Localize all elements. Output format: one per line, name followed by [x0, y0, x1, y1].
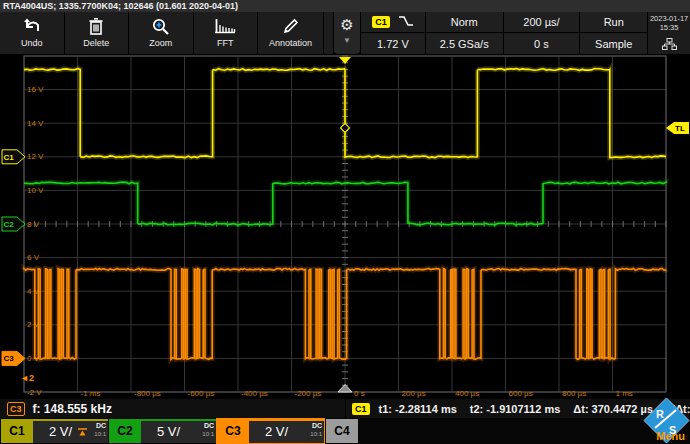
chevron-down-icon: ▼ [343, 38, 351, 44]
c1-coupling: DC [94, 422, 106, 430]
c1-settings[interactable]: 2 V/ DC10:1 [33, 419, 108, 443]
time-axis-label: -1 ms [81, 389, 101, 398]
voltage-axis-label: -2 V [27, 388, 42, 397]
voltage-axis-label: 10 V [27, 186, 44, 195]
time-value: 15:35 [660, 23, 679, 32]
voltage-axis-label: 8 V [27, 220, 40, 229]
c3-scale: 2 V/ [265, 424, 288, 439]
time-axis-label: 800 µs [562, 389, 586, 398]
titlebar: RTA4004US; 1335.7700K04; 102646 (01.601 … [0, 0, 690, 12]
frequency-measurement: f: 148.555 kHz [33, 402, 112, 416]
trigger-level-marker-label: TL [675, 124, 685, 133]
falling-edge-icon [398, 15, 414, 29]
c2-scale: 5 V/ [157, 424, 180, 439]
cursor-t1-value: t1: -2.28114 ms [379, 403, 457, 415]
cursor-source-badge[interactable]: C1 [352, 403, 370, 415]
annotation-label: Annotation [269, 38, 312, 48]
channel-marker-label: C2 [4, 220, 15, 229]
c2-name[interactable]: C2 [109, 419, 141, 443]
cursor-dt-value: Δt: 370.4472 µs [573, 403, 653, 415]
toolbar: Undo Delete Zoom FFT Annotation [0, 12, 333, 54]
menu-button[interactable]: Menu [656, 430, 685, 442]
trigger-mode-value: Norm [426, 12, 503, 33]
cursor-t2-value: t2: -1.9107112 ms [470, 403, 561, 415]
display-settings-flap[interactable]: ⚙ ▼ [334, 12, 360, 54]
channel-tab-c2[interactable]: C2 5 V/ DC10:1 [109, 419, 216, 443]
pencil-icon [282, 15, 299, 37]
acq-mode-value: Sample [580, 33, 647, 54]
acq-state-value: Run [580, 12, 647, 33]
trigger-mode-cell[interactable]: Norm 2.5 GSa/s [426, 12, 503, 54]
cursor-row: C1 t1: -2.28114 ms t2: -1.9107112 ms Δt:… [345, 398, 690, 418]
c1-scale: 2 V/ [49, 424, 72, 439]
gear-icon: ⚙ [340, 12, 353, 38]
trigger-cell[interactable]: C1 1.72 V [361, 12, 425, 54]
waveform-display: 16 V14 V12 V10 V8 V6 V4 V2 V0 V-2 V-1 ms… [0, 54, 690, 398]
channel-tab-c3-selected[interactable]: C3 2 V/ DC10:1 [217, 419, 324, 443]
timebase-cell[interactable]: 200 µs/ 0 s [504, 12, 580, 54]
delete-button[interactable]: Delete [65, 12, 130, 54]
c1-probe: 10:1 [94, 430, 106, 438]
run-state-cell[interactable]: Run Sample [580, 12, 647, 54]
time-axis-label: 200 µs [402, 389, 426, 398]
zoom-label: Zoom [149, 38, 172, 48]
c3-probe: 10:1 [310, 430, 322, 438]
measurement-row: C3 f: 148.555 kHz [0, 398, 345, 418]
fft-label: FFT [217, 38, 234, 48]
c2-probe: 10:1 [202, 430, 214, 438]
device-id-text: RTA4004US; 1335.7700K04; 102646 (01.601 … [3, 1, 238, 11]
time-axis-label: -800 µs [134, 389, 161, 398]
time-axis-label: -400 µs [241, 389, 268, 398]
time-axis-label: 400 µs [455, 389, 479, 398]
time-axis-label: 1 ms [616, 389, 633, 398]
undo-icon [23, 15, 41, 37]
channel-tab-c1[interactable]: C1 2 V/ DC10:1 [1, 419, 108, 443]
trash-icon [89, 15, 103, 37]
voltage-axis-label: 16 V [27, 85, 44, 94]
zoom-button[interactable]: Zoom [129, 12, 194, 54]
c1-name[interactable]: C1 [1, 419, 33, 443]
datetime-cell[interactable]: 2023-01-17 15:35 [648, 12, 690, 54]
c3-settings[interactable]: 2 V/ DC10:1 [249, 419, 324, 443]
c4-name[interactable]: C4 [326, 419, 358, 443]
timebase-value: 200 µs/ [504, 12, 580, 33]
horizontal-position-value: 0 s [504, 33, 580, 54]
undo-button[interactable]: Undo [0, 12, 65, 54]
voltage-axis-label: 14 V [27, 119, 44, 128]
c2-settings[interactable]: 5 V/ DC10:1 [141, 419, 216, 443]
undo-label: Undo [21, 38, 43, 48]
time-axis-label: -600 µs [188, 389, 215, 398]
c2-coupling: DC [202, 422, 214, 430]
infobar: C1 1.72 V Norm 2.5 GSa/s 200 µs/ 0 s Run… [360, 12, 690, 54]
c3-coupling: DC [310, 422, 322, 430]
trigger-source-icon [77, 423, 88, 441]
voltage-axis-label: 6 V [27, 253, 40, 262]
channel-marker-label: C3 [4, 354, 15, 363]
spectrum-icon [214, 15, 236, 37]
channel-bar: C1 2 V/ DC10:1 C2 5 V/ DC10:1 C3 2 V/ DC… [0, 418, 690, 444]
offscreen-cursor-marker[interactable]: ◄2 [20, 373, 34, 383]
trigger-level-value: 1.72 V [361, 33, 425, 54]
sample-rate-value: 2.5 GSa/s [426, 33, 503, 54]
trigger-source-badge: C1 [372, 16, 390, 28]
time-axis-label: -200 µs [295, 389, 322, 398]
fft-button[interactable]: FFT [194, 12, 259, 54]
delete-label: Delete [83, 38, 109, 48]
channel-tab-c4[interactable]: C4 [326, 419, 358, 443]
date-value: 2023-01-17 [650, 14, 688, 23]
annotation-button[interactable]: Annotation [258, 12, 324, 54]
c3-name[interactable]: C3 [217, 419, 249, 443]
voltage-axis-label: 12 V [27, 152, 44, 161]
magnifier-plus-icon [152, 15, 169, 37]
time-axis-label: 0 s [354, 389, 365, 398]
measurement-source-badge[interactable]: C3 [7, 402, 25, 416]
time-axis-label: 600 µs [509, 389, 533, 398]
network-icon [662, 36, 677, 54]
svg-text:R: R [656, 408, 664, 420]
channel-marker-label: C1 [4, 153, 15, 162]
oscilloscope-screen: RTA4004US; 1335.7700K04; 102646 (01.601 … [0, 0, 690, 444]
